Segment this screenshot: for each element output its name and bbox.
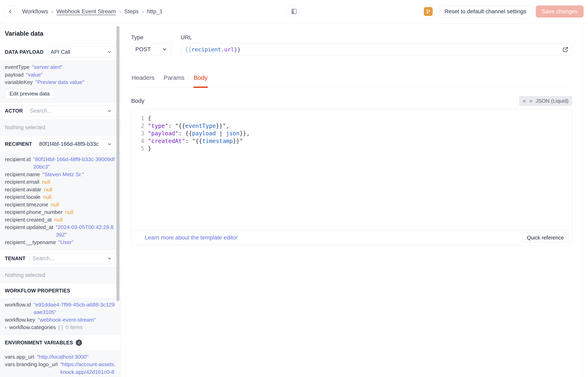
workflow-properties-label: WORKFLOW PROPERTIES <box>5 288 70 294</box>
data-payload-select[interactable]: API Call <box>47 47 115 57</box>
variable-value: "2024-03-05T00:42:29.839Z" <box>56 224 116 239</box>
method-select[interactable]: POST <box>131 43 171 55</box>
workflow-variable-list: workflow.id"e91ddae4-7f99-45cb-a688-3c12… <box>5 301 116 331</box>
data-payload-selected-value: API Call <box>51 49 105 55</box>
variable-row: recipient.phone_numbernull <box>5 208 116 216</box>
url-input[interactable]: {{recipient.url}} <box>181 43 572 55</box>
variable-value: null <box>42 178 50 186</box>
variable-value: "webhook-event-stream" <box>38 316 116 324</box>
topbar: Workflows›Webhook Event Stream›Steps›htt… <box>0 0 588 23</box>
variable-value: null <box>51 201 59 209</box>
recipient-select[interactable]: 80f1f4bf-166d-48f9-b33c <box>36 139 115 150</box>
recipient-variable-list: recipient.id"80f1f4bf-166d-48f9-b33c-390… <box>5 156 116 246</box>
reset-channel-settings-button[interactable]: Reset to default channel settings <box>438 5 532 18</box>
sidebar-layout-icon <box>291 8 297 15</box>
chevron-down-icon <box>107 142 112 147</box>
request-tabs: HeadersParamsBody <box>131 74 572 88</box>
line-number: 3 <box>131 130 148 137</box>
variable-value: "e91ddae4-7f99-45cb-a688-3c129aae3105" <box>34 301 116 316</box>
variable-row: payload"value" <box>5 71 116 79</box>
breadcrumb-item[interactable]: Workflows <box>22 8 48 15</box>
variable-value: "80f1f4bf-166d-48f9-b33c-39009df20bc3" <box>33 156 116 171</box>
recipient-selected-value: 80f1f4bf-166d-48f9-b33c <box>39 141 105 147</box>
variable-value: null <box>44 186 52 194</box>
variable-value: "Steven Metz Sr." <box>43 171 116 178</box>
variable-value: "value" <box>26 71 116 79</box>
tab-body[interactable]: Body <box>193 74 208 87</box>
editor-language-badge: < > JSON (Liquid) <box>519 96 572 106</box>
environment-variables-section: vars.app_url"http://localhost:3000"vars.… <box>0 350 120 377</box>
variable-key: payload <box>5 71 24 79</box>
breadcrumb-item[interactable]: http_1 <box>147 8 163 15</box>
line-number: 4 <box>131 137 148 145</box>
payload-variable-list: eventType"server:alert"payload"value"var… <box>5 63 116 86</box>
body-template-editor: 1{2"type": "{{eventType}}",3"payload": {… <box>131 109 572 245</box>
line-number: 1 <box>131 115 148 122</box>
code-line: 3"payload": {{payload | json}}, <box>131 130 572 137</box>
edit-preview-data-button[interactable]: Edit preview data <box>5 89 54 99</box>
sidebar-scrollbar[interactable] <box>117 26 119 301</box>
variable-row: workflow.key"webhook-event-stream" <box>5 316 116 324</box>
environment-variables-label: ENVIRONMENT VARIABLES <box>5 340 73 346</box>
panel-toggle-button[interactable] <box>288 5 300 18</box>
tenant-label: TENANT <box>5 256 26 261</box>
variable-key: vars.branding.logo_url <box>5 361 58 368</box>
back-button[interactable] <box>4 6 16 17</box>
variable-meta: 0 items <box>65 324 82 331</box>
tenant-search-select[interactable]: Search... <box>29 253 115 264</box>
external-link-icon[interactable] <box>562 46 569 53</box>
variable-row: eventType"server:alert" <box>5 63 116 71</box>
variable-data-sidebar: Variable data DATA PAYLOAD API Call even… <box>0 23 121 377</box>
info-icon[interactable]: i <box>76 340 82 346</box>
actor-empty-state: Nothing selected <box>0 120 120 136</box>
environment-variables-heading: ENVIRONMENT VARIABLES i <box>0 335 120 350</box>
quick-reference-button[interactable]: Quick reference <box>522 233 568 242</box>
actor-label: ACTOR <box>5 108 23 114</box>
variable-row: variableKey"Preview data value" <box>5 79 116 86</box>
variable-key: eventType <box>5 63 29 71</box>
tab-headers[interactable]: Headers <box>131 74 155 87</box>
learn-more-link[interactable]: Learn more about the template editor <box>145 235 238 241</box>
payload-preview-section: eventType"server:alert"payload"value"var… <box>0 61 120 103</box>
variable-key: variableKey <box>5 79 33 86</box>
topbar-actions: Reset to default channel settings Save c… <box>422 5 584 18</box>
type-field: Type POST <box>131 34 171 55</box>
chevron-down-icon <box>107 108 112 113</box>
method-selected-value: POST <box>135 46 151 53</box>
save-changes-button[interactable]: Save changes <box>536 5 584 18</box>
sidebar-title: Variable data <box>0 23 120 44</box>
variable-row: recipient.emailnull <box>5 178 116 186</box>
variable-row: recipient.created_atnull <box>5 216 116 224</box>
chevron-down-icon <box>162 47 167 52</box>
chevron-right-icon[interactable]: › <box>5 324 7 331</box>
variable-row: recipient.id"80f1f4bf-166d-48f9-b33c-390… <box>5 156 116 171</box>
breadcrumb: Workflows›Webhook Event Stream›Steps›htt… <box>22 8 163 15</box>
actor-search-placeholder: Search... <box>30 108 105 114</box>
variable-value: [ ] <box>59 324 63 331</box>
breadcrumb-item[interactable]: Steps <box>124 8 139 15</box>
variable-key: recipient.timezone <box>5 201 48 209</box>
environment-variable-list: vars.app_url"http://localhost:3000"vars.… <box>5 353 116 377</box>
code-editor[interactable]: 1{2"type": "{{eventType}}",3"payload": {… <box>131 109 572 230</box>
variable-row: recipient.__typename"User" <box>5 239 116 246</box>
chevron-left-icon <box>8 9 12 14</box>
breadcrumb-item[interactable]: Webhook Event Stream <box>56 8 116 15</box>
tenant-row: TENANT Search... <box>0 250 120 267</box>
commit-button[interactable] <box>422 5 435 18</box>
actor-search-select[interactable]: Search... <box>26 106 115 116</box>
tab-params[interactable]: Params <box>163 74 185 87</box>
workflow-properties-heading: WORKFLOW PROPERTIES <box>0 283 120 298</box>
workflow-properties-section: workflow.id"e91ddae4-7f99-45cb-a688-3c12… <box>0 298 120 335</box>
recipient-label: RECIPIENT <box>5 141 32 147</box>
code-line: 4"createdAt": "{{timestamp}}" <box>131 137 572 145</box>
variable-value: null <box>65 208 73 216</box>
tenant-empty-state: Nothing selected <box>0 267 120 283</box>
actor-row: ACTOR Search... <box>0 103 120 120</box>
recipient-row: RECIPIENT 80f1f4bf-166d-48f9-b33c <box>0 136 120 153</box>
line-number: 2 <box>131 122 148 130</box>
variable-value: "server:alert" <box>32 63 116 71</box>
breadcrumb-separator: › <box>51 8 53 15</box>
variable-row: vars.app_url"http://localhost:3000" <box>5 353 116 361</box>
variable-row: ›workflow.categories[ ]0 items <box>5 324 116 331</box>
code-line: 2"type": "{{eventType}}", <box>131 122 572 130</box>
